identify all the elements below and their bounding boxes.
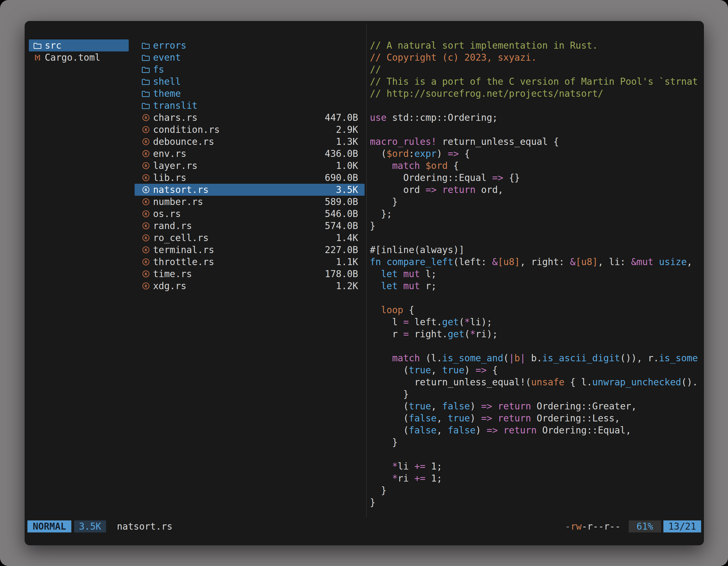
code-line — [370, 340, 702, 352]
entry-name: src — [45, 39, 62, 51]
rust-icon: R — [142, 114, 150, 121]
folder-icon — [142, 54, 150, 61]
entry-size: 1.1K — [336, 256, 358, 268]
rust-icon: R — [142, 270, 150, 278]
code-line: macro_rules! return_unless_equal { — [370, 136, 702, 148]
entry-name: xdg.rs — [153, 280, 186, 292]
entry-name: time.rs — [153, 268, 192, 280]
entry-name: debounce.rs — [153, 136, 214, 148]
code-line: r = right.get(*ri); — [370, 328, 702, 340]
scroll-percent-chip: 61% — [629, 520, 661, 532]
pane-divider — [366, 24, 367, 517]
rust-icon: R — [142, 138, 150, 146]
svg-text:R: R — [145, 260, 147, 264]
entry-name: theme — [153, 88, 181, 100]
code-line: fn compare_left(left: &[u8], right: &[u8… — [370, 256, 702, 268]
current-file-chars.rs[interactable]: Rchars.rs447.0B — [135, 112, 365, 124]
current-file-terminal.rs[interactable]: Rterminal.rs227.0B — [135, 244, 365, 256]
current-file-number.rs[interactable]: Rnumber.rs589.0B — [135, 196, 365, 208]
code-line: // http://sourcefrog.net/projects/natsor… — [370, 88, 702, 100]
code-line: (false, false) => return Ordering::Equal… — [370, 424, 702, 436]
code-line: // Copyright (c) 2023, sxyazi. — [370, 51, 702, 64]
folder-icon — [142, 66, 150, 73]
current-file-throttle.rs[interactable]: Rthrottle.rs1.1K — [135, 256, 365, 268]
code-line: (true, true) => { — [370, 364, 702, 376]
current-folder-fs[interactable]: fs — [135, 64, 365, 76]
code-line: match $ord { — [370, 160, 702, 172]
status-bar-right: -rw-r--r-- 61% 13/21 — [565, 520, 701, 532]
rust-icon: R — [142, 186, 150, 194]
current-pane: errorseventfsshellthemetranslitRchars.rs… — [135, 39, 365, 292]
svg-text:R: R — [145, 139, 147, 144]
code-line: } — [370, 436, 702, 448]
entry-size: 3.5K — [336, 184, 358, 196]
code-line: *li += 1; — [370, 460, 702, 472]
current-folder-errors[interactable]: errors — [135, 39, 365, 51]
entry-name: lib.rs — [153, 172, 186, 184]
code-line: } — [370, 496, 702, 508]
svg-text:R: R — [145, 127, 147, 132]
code-line — [370, 232, 702, 244]
code-line: use std::cmp::Ordering; — [370, 112, 702, 124]
svg-text:R: R — [145, 151, 147, 156]
current-folder-event[interactable]: event — [135, 51, 365, 64]
entry-name: errors — [153, 39, 186, 51]
entry-size: 1.3K — [336, 136, 358, 148]
svg-text:R: R — [145, 248, 147, 252]
code-line — [370, 100, 702, 112]
entry-name: natsort.rs — [153, 184, 209, 196]
svg-text:R: R — [145, 283, 147, 288]
parent-file-Cargo.toml[interactable]: Cargo.toml — [29, 51, 129, 64]
rust-icon: R — [142, 126, 150, 133]
current-file-xdg.rs[interactable]: Rxdg.rs1.2K — [135, 280, 365, 292]
current-file-os.rs[interactable]: Ros.rs546.0B — [135, 208, 365, 220]
code-line — [370, 124, 702, 136]
svg-text:R: R — [145, 236, 147, 240]
current-file-ro_cell.rs[interactable]: Rro_cell.rs1.4K — [135, 232, 365, 244]
rust-icon: R — [142, 150, 150, 158]
entry-size: 436.0B — [325, 148, 358, 160]
status-filename: natsort.rs — [117, 521, 173, 532]
svg-text:R: R — [145, 187, 147, 192]
folder-icon — [142, 102, 150, 109]
current-file-condition.rs[interactable]: Rcondition.rs2.9K — [135, 124, 365, 136]
code-line: } — [370, 196, 702, 208]
svg-text:R: R — [145, 224, 147, 228]
entry-size: 1.0K — [336, 160, 358, 172]
current-file-layer.rs[interactable]: Rlayer.rs1.0K — [135, 160, 365, 172]
current-file-lib.rs[interactable]: Rlib.rs690.0B — [135, 172, 365, 184]
rust-icon: R — [142, 246, 150, 254]
current-file-time.rs[interactable]: Rtime.rs178.0B — [135, 268, 365, 280]
current-folder-theme[interactable]: theme — [135, 88, 365, 100]
current-folder-shell[interactable]: shell — [135, 76, 365, 88]
rust-icon: R — [142, 198, 150, 206]
rust-icon: R — [142, 222, 150, 230]
entry-name: env.rs — [153, 148, 186, 160]
rust-icon: R — [142, 234, 150, 242]
code-line: (true, false) => return Ordering::Greate… — [370, 400, 702, 412]
entry-size: 574.0B — [325, 220, 358, 232]
entry-name: number.rs — [153, 196, 203, 208]
current-file-env.rs[interactable]: Renv.rs436.0B — [135, 148, 365, 160]
code-line: ($ord:expr) => { — [370, 148, 702, 160]
current-file-debounce.rs[interactable]: Rdebounce.rs1.3K — [135, 136, 365, 148]
svg-text:R: R — [145, 163, 147, 168]
code-line: match (l.is_some_and(|b| b.is_ascii_digi… — [370, 352, 702, 364]
entry-name: event — [153, 51, 181, 64]
code-line: #[inline(always)] — [370, 244, 702, 256]
current-folder-translit[interactable]: translit — [135, 100, 365, 112]
entry-name: rand.rs — [153, 220, 192, 232]
folder-icon — [142, 90, 150, 97]
entry-size: 178.0B — [325, 268, 358, 280]
code-line: Ordering::Equal => {} — [370, 172, 702, 184]
parent-folder-src[interactable]: src — [29, 39, 129, 51]
code-line: }; — [370, 208, 702, 220]
svg-text:R: R — [145, 175, 147, 180]
code-line: ord => return ord, — [370, 184, 702, 196]
desktop-background: srcCargo.toml errorseventfsshellthemetra… — [0, 0, 728, 566]
entry-size: 1.4K — [336, 232, 358, 244]
entry-size: 589.0B — [325, 196, 358, 208]
current-file-rand.rs[interactable]: Rrand.rs574.0B — [135, 220, 365, 232]
current-file-natsort.rs[interactable]: Rnatsort.rs3.5K — [135, 184, 365, 196]
entry-name: fs — [153, 64, 164, 76]
